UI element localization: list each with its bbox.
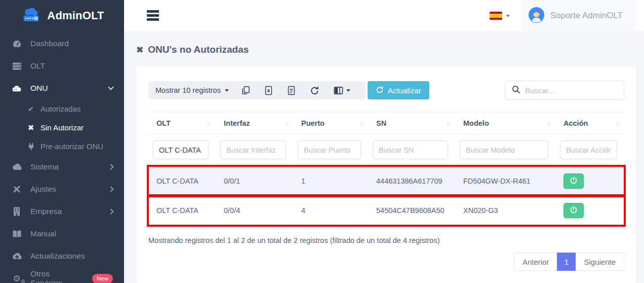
caret-down-icon [225, 89, 229, 92]
sidebar-item-ajustes[interactable]: Ajustes [0, 178, 124, 200]
onu-device-icon [11, 84, 23, 93]
filter-interfaz-input[interactable] [220, 140, 286, 159]
power-icon [570, 176, 577, 186]
table-filter-row [148, 134, 624, 167]
sidebar: AdminOLT Dashboard OLT ONU [0, 0, 124, 283]
sidebar-item-label: Sin Autorizar [41, 123, 84, 132]
filter-accion-input[interactable] [560, 140, 617, 159]
pagination-next-button[interactable]: Siguiente [576, 253, 624, 271]
cell-olt: OLT C-DATA [148, 196, 216, 225]
show-entries-dropdown[interactable]: Mostrar 10 registros [155, 86, 234, 94]
cell-puerto: 4 [293, 196, 368, 225]
sidebar-item-pre-autorizar-onu[interactable]: Pre-autorizar ONU [0, 137, 124, 156]
x-icon: ✖ [26, 124, 35, 131]
sidebar-nav: Dashboard OLT ONU ✔ Autorizadas [0, 31, 124, 283]
column-header-accion[interactable]: Acción↑↓ [555, 113, 624, 134]
sidebar-item-otros-servicios[interactable]: ⚙⚙ Otros Servicios New [0, 267, 124, 283]
sidebar-item-onu[interactable]: ONU [0, 77, 124, 99]
gears-icon: ⚙⚙ [11, 274, 23, 283]
file-export-button[interactable] [280, 81, 303, 99]
sidebar-item-label: Manual [30, 229, 56, 238]
table-row: OLT C-DATA 0/0/1 1 444631386A617709 FD50… [148, 166, 624, 196]
sort-icon: ↑↓ [285, 120, 289, 126]
sidebar-item-sin-autorizar[interactable]: ✖ Sin Autorizar [0, 118, 124, 137]
cloud-icon [11, 163, 23, 171]
pagination-prev-button[interactable]: Anterior [514, 253, 557, 271]
filter-sn-input[interactable] [373, 140, 448, 159]
sidebar-item-dashboard[interactable]: Dashboard [0, 32, 124, 55]
sort-icon: ↑↓ [547, 120, 551, 126]
sort-icon: ↑↓ [616, 120, 620, 126]
column-header-interfaz[interactable]: Interfaz↑↓ [216, 113, 293, 134]
actualizar-button[interactable]: Actualizar [368, 81, 429, 99]
sidebar-item-label: Ajustes [30, 185, 56, 194]
sort-icon: ↑↓ [447, 120, 451, 126]
filter-modelo-input[interactable] [460, 140, 548, 159]
sidebar-item-empresa[interactable]: Empresa [0, 200, 124, 223]
table-toolbar: Mostrar 10 registros [148, 81, 624, 100]
column-header-puerto[interactable]: Puerto↑↓ [293, 113, 368, 134]
table-header-row: OLT↑↓ Interfaz↑↓ Puerto↑↓ SN↑↓ Modelo↑↓ … [148, 113, 624, 134]
avatar [529, 7, 544, 25]
sidebar-item-actualizaciones[interactable]: Actualizaciones [0, 245, 124, 267]
user-menu[interactable]: Soporte AdminOLT [521, 0, 636, 31]
page-content: ✖ ONU's no Autorizadas Mostrar 10 regist… [124, 31, 644, 283]
table-card: Mostrar 10 registros [136, 66, 636, 283]
sidebar-item-manual[interactable]: Manual [0, 223, 124, 245]
sidebar-item-autorizadas[interactable]: ✔ Autorizadas [0, 99, 124, 118]
sidebar-item-label: Autorizadas [41, 104, 80, 113]
excel-export-button[interactable] [257, 81, 280, 99]
table-row: OLT C-DATA 0/0/4 4 54504C47B9608A50 XN02… [148, 196, 624, 225]
sort-icon: ↑↓ [359, 120, 364, 126]
column-header-olt[interactable]: OLT↑↓ [148, 113, 216, 134]
olt-server-icon [11, 61, 23, 71]
sidebar-item-olt[interactable]: OLT [0, 55, 124, 77]
cell-sn: 54504C47B9608A50 [368, 196, 455, 225]
sidebar-item-sistema[interactable]: Sistema [0, 156, 124, 178]
cell-interfaz: 0/0/4 [216, 196, 293, 225]
brand[interactable]: AdminOLT [0, 0, 124, 31]
filter-puerto-input[interactable] [298, 140, 361, 159]
page-title: ✖ ONU's no Autorizadas [136, 44, 636, 55]
table-info: Mostrando registros del 1 al 2 de un tot… [148, 236, 624, 244]
reload-table-button[interactable] [303, 81, 327, 99]
brand-name: AdminOLT [47, 9, 104, 22]
sidebar-item-label: ONU [30, 84, 48, 93]
sidebar-toggle-button[interactable] [147, 10, 159, 21]
book-icon [11, 230, 23, 238]
authorize-power-button[interactable] [564, 203, 584, 218]
power-icon [570, 206, 577, 215]
column-visibility-button[interactable] [327, 81, 357, 99]
authorize-power-button[interactable] [564, 173, 584, 189]
sidebar-item-label: Pre-autorizar ONU [41, 142, 103, 151]
chevron-right-icon [108, 208, 113, 214]
sidebar-item-label: Empresa [30, 207, 62, 216]
filter-olt-input[interactable] [153, 140, 209, 159]
search-box [505, 81, 624, 100]
show-entries-label: Mostrar 10 registros [155, 86, 221, 94]
plug-icon [26, 143, 35, 151]
column-header-sn[interactable]: SN↑↓ [368, 113, 455, 134]
sidebar-item-label: Sistema [30, 162, 59, 171]
new-badge: New [92, 274, 113, 283]
tools-icon [11, 185, 23, 194]
cell-puerto: 1 [293, 166, 368, 196]
building-icon [11, 207, 23, 216]
main-area: Soporte AdminOLT ✖ ONU's no Autorizadas … [124, 0, 644, 283]
datatable-buttons-group: Mostrar 10 registros [148, 81, 366, 99]
check-icon: ✔ [26, 105, 35, 113]
sort-icon: ↑↓ [207, 120, 211, 126]
pagination-page-1-button[interactable]: 1 [557, 253, 576, 271]
column-header-modelo[interactable]: Modelo↑↓ [455, 113, 555, 134]
language-dropdown[interactable] [490, 12, 510, 20]
onu-table: OLT↑↓ Interfaz↑↓ Puerto↑↓ SN↑↓ Modelo↑↓ … [148, 112, 624, 225]
adminolt-app: AdminOLT Dashboard OLT ONU [0, 0, 644, 283]
cell-interfaz: 0/0/1 [216, 166, 293, 196]
dashboard-icon [11, 39, 23, 49]
cloud-upload-icon [11, 252, 23, 260]
sidebar-item-label: Actualizaciones [30, 252, 85, 261]
chevron-right-icon [108, 186, 113, 192]
search-input[interactable] [525, 86, 619, 95]
cell-olt: OLT C-DATA [148, 166, 216, 196]
copy-button[interactable] [234, 81, 257, 99]
